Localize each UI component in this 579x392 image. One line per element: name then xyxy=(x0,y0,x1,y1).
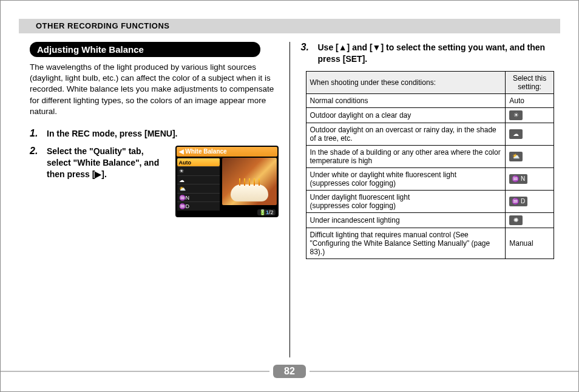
setting-cell: ⛅ xyxy=(506,145,554,167)
condition-cell: Under incandescent lighting xyxy=(306,212,506,228)
lcd-page-indicator: 🔋1/2 xyxy=(257,209,276,215)
table-row: In the shade of a building or any other … xyxy=(306,145,554,167)
footer-rule xyxy=(1,371,269,372)
candle-icon xyxy=(249,178,250,186)
table-row: Difficult lighting that requires manual … xyxy=(306,228,554,259)
wb-setting-icon: ✺ xyxy=(509,215,523,225)
lcd-menu-item-selected: Auto xyxy=(177,158,220,167)
wb-setting-icon: ⛅ xyxy=(509,152,523,161)
table-header-setting: Select this setting: xyxy=(506,71,554,93)
candle-icon xyxy=(239,178,240,186)
lcd-menu-item: ☁ xyxy=(177,175,220,184)
white-balance-table: When shooting under these conditions: Se… xyxy=(306,71,555,259)
lcd-menu-item: ☀ xyxy=(177,166,220,175)
setting-cell: ✺ xyxy=(506,212,554,228)
section-header: OTHER RECORDING FUNCTIONS xyxy=(19,19,560,33)
lcd-menu-item: ⛅ xyxy=(177,184,220,193)
condition-cell: In the shade of a building or any other … xyxy=(306,145,506,167)
lcd-preview-photo xyxy=(222,158,277,205)
candle-icon xyxy=(259,178,260,186)
wb-setting-icon: ☀ xyxy=(509,110,523,120)
right-column: 3. Use [▲] and [▼] to select the setting… xyxy=(290,42,561,357)
cake-icon xyxy=(231,184,268,201)
table-row: Under white or daylight white fluorescen… xyxy=(306,167,554,190)
two-column-layout: Adjusting White Balance The wavelengths … xyxy=(19,42,560,357)
setting-cell: ♒ N xyxy=(506,167,554,190)
step-2: 2. Select the "Quality" tab, select "Whi… xyxy=(30,146,279,217)
table-row: Outdoor daylight on an overcast or rainy… xyxy=(306,123,554,145)
wb-setting-icon: ♒ N xyxy=(509,174,527,184)
wb-setting-icon: ♒ D xyxy=(509,197,527,206)
lcd-menu-title: ◀ White Balance xyxy=(177,147,277,157)
table-row: Outdoor daylight on a clear day☀ xyxy=(306,107,554,123)
setting-cell: ♒ D xyxy=(506,190,554,212)
footer-rule xyxy=(310,371,578,372)
table-row: Under daylight fluorescent light (suppre… xyxy=(306,190,554,212)
setting-cell: ☀ xyxy=(506,107,554,123)
page-footer: 82 xyxy=(1,365,578,378)
lcd-menu-list: Auto ☀ ☁ ⛅ ♒N ♒D xyxy=(177,158,220,211)
condition-cell: Outdoor daylight on an overcast or rainy… xyxy=(306,123,506,145)
step-number: 2. xyxy=(30,146,42,157)
section-title-pill: Adjusting White Balance xyxy=(30,42,260,57)
step-text: In the REC mode, press [MENU]. xyxy=(47,128,177,140)
setting-cell: ☁ xyxy=(506,123,554,145)
condition-cell: Difficult lighting that requires manual … xyxy=(306,228,506,259)
candle-icon xyxy=(254,178,255,186)
condition-cell: Under white or daylight white fluorescen… xyxy=(306,167,506,190)
table-header-row: When shooting under these conditions: Se… xyxy=(306,71,554,93)
camera-lcd-screenshot: ◀ White Balance Auto ☀ ☁ xyxy=(175,146,279,217)
step-number: 3. xyxy=(301,42,313,53)
table-row: Under incandescent lighting✺ xyxy=(306,212,554,228)
setting-cell: Auto xyxy=(506,93,554,107)
table-row: Normal conditionsAuto xyxy=(306,93,554,107)
condition-cell: Normal conditions xyxy=(306,93,506,107)
step-text: Select the "Quality" tab, select "White … xyxy=(47,146,168,180)
lcd-menu-item: ♒D xyxy=(177,201,220,211)
wb-setting-icon: ☁ xyxy=(509,129,523,139)
condition-cell: Under daylight fluorescent light (suppre… xyxy=(306,190,506,212)
table-header-conditions: When shooting under these conditions: xyxy=(306,71,506,93)
step-number: 1. xyxy=(30,128,42,139)
lcd-menu-item: ♒N xyxy=(177,193,220,202)
condition-cell: Outdoor daylight on a clear day xyxy=(306,107,506,123)
step-text: Use [▲] and [▼] to select the setting yo… xyxy=(318,42,550,65)
page-number: 82 xyxy=(273,365,306,378)
step-3: 3. Use [▲] and [▼] to select the setting… xyxy=(301,42,550,65)
left-column: Adjusting White Balance The wavelengths … xyxy=(19,42,290,357)
intro-paragraph: The wavelengths of the light produced by… xyxy=(30,62,279,117)
manual-page: OTHER RECORDING FUNCTIONS Adjusting Whit… xyxy=(0,0,579,392)
step-1: 1. In the REC mode, press [MENU]. xyxy=(30,128,279,140)
candle-icon xyxy=(244,178,245,186)
setting-cell: Manual xyxy=(506,228,554,259)
